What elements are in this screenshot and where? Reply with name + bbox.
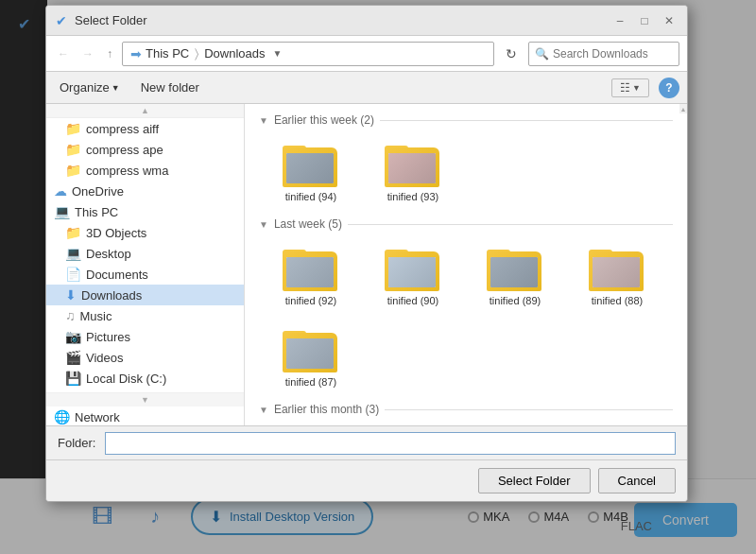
back-button[interactable]: ← xyxy=(54,45,73,62)
search-input[interactable] xyxy=(553,47,673,61)
music-icon: ♫ xyxy=(65,308,76,323)
tree-item-thispc[interactable]: 💻 This PC xyxy=(46,201,244,222)
tree-label: Downloads xyxy=(81,288,142,303)
forward-button[interactable]: → xyxy=(78,45,97,62)
toolbar: Organize ▼ New folder ☷ ▼ ? xyxy=(46,72,687,104)
folder-img xyxy=(286,153,334,183)
tree-item-music[interactable]: ♫ Music xyxy=(46,305,244,326)
file-item-tinified-86[interactable]: tinified (86) xyxy=(264,424,358,425)
file-item-tinified-87[interactable]: tinified (87) xyxy=(264,320,358,393)
tree-label: OneDrive xyxy=(72,184,124,199)
date-chevron-this-week: ▼ xyxy=(259,115,268,126)
file-item-tinified-92[interactable]: tinified (92) xyxy=(264,238,358,312)
date-header-line xyxy=(380,120,673,121)
tree-item-downloads[interactable]: ⬇ Downloads xyxy=(46,285,244,305)
refresh-button[interactable]: ↻ xyxy=(500,44,523,63)
tree-label: compress wma xyxy=(86,164,168,178)
cancel-button[interactable]: Cancel xyxy=(598,468,676,493)
folder-preview xyxy=(593,257,640,287)
tree-item-videos[interactable]: 🎬 Videos xyxy=(46,347,244,368)
view-button[interactable]: ☷ ▼ xyxy=(611,78,649,97)
date-label-last-week: Last week (5) xyxy=(274,217,342,231)
file-thumb xyxy=(385,140,441,187)
folder-input[interactable] xyxy=(105,432,676,455)
folder-icon: 📁 xyxy=(65,142,81,157)
minimize-button[interactable]: – xyxy=(611,12,628,29)
folder-icon: 📁 xyxy=(65,121,81,136)
maximize-button[interactable]: □ xyxy=(636,12,653,29)
select-folder-button[interactable]: Select Folder xyxy=(478,468,591,493)
search-icon: 🔍 xyxy=(535,47,549,61)
file-name-88: tinified (88) xyxy=(592,295,643,306)
dialog-titlebar: ✔ Select Folder – □ ✕ xyxy=(46,6,687,36)
folder-preview xyxy=(490,257,538,287)
file-thumb xyxy=(589,244,645,291)
tree-item-documents[interactable]: 📄 Documents xyxy=(46,264,244,285)
path-current: Downloads xyxy=(204,46,265,61)
date-group-this-week: ▼ Earlier this week (2) xyxy=(259,113,673,208)
folder-img xyxy=(388,257,436,287)
desktop-icon: 💻 xyxy=(65,246,81,261)
folder-img xyxy=(286,257,334,287)
tree-item-compress-wma[interactable]: 📁 compress wma xyxy=(46,160,244,181)
tree-label: Documents xyxy=(86,268,148,282)
folder-preview xyxy=(286,257,334,287)
tree-item-3dobjects[interactable]: 📁 3D Objects xyxy=(46,222,244,243)
path-thispc: This PC xyxy=(146,46,189,61)
folder-bar: Folder: xyxy=(46,425,687,459)
date-header-this-week[interactable]: ▼ Earlier this week (2) xyxy=(259,113,673,127)
folder-img xyxy=(286,338,334,369)
folder-img xyxy=(388,153,436,183)
tree-item-compress-aiff[interactable]: 📁 compress aiff xyxy=(46,118,244,139)
new-folder-button[interactable]: New folder xyxy=(135,78,205,97)
organize-label: Organize xyxy=(60,80,110,95)
date-header-this-month[interactable]: ▼ Earlier this month (3) xyxy=(259,403,673,416)
close-button[interactable]: ✕ xyxy=(661,12,678,29)
folder-preview xyxy=(388,257,436,287)
tree-item-pictures[interactable]: 📷 Pictures xyxy=(46,326,244,347)
right-panel: ▲ ▼ Earlier this week (2) xyxy=(245,104,687,425)
organize-button[interactable]: Organize ▼ xyxy=(54,78,126,97)
date-header-last-week[interactable]: ▼ Last week (5) xyxy=(259,217,673,231)
folder-body xyxy=(283,147,337,187)
date-header-line xyxy=(385,409,673,410)
address-path[interactable]: ➡ This PC 〉 Downloads ▼ xyxy=(122,42,494,66)
tree-label: Network xyxy=(75,410,120,424)
file-thumb xyxy=(283,325,339,372)
file-item-tinified-90[interactable]: tinified (90) xyxy=(366,238,460,312)
file-item-tinified-94[interactable]: tinified (94) xyxy=(264,134,358,208)
file-name-92: tinified (92) xyxy=(285,295,336,306)
video-icon: 🎬 xyxy=(65,350,81,365)
date-label-this-month: Earlier this month (3) xyxy=(274,403,379,416)
folder-preview xyxy=(388,153,436,183)
pictures-icon: 📷 xyxy=(65,329,81,344)
path-dropdown-button[interactable]: ▼ xyxy=(273,48,283,59)
search-box: 🔍 xyxy=(528,42,679,66)
tree-item-compress-ape[interactable]: 📁 compress ape xyxy=(46,139,244,160)
download-icon: ⬇ xyxy=(65,287,77,303)
tree-item-onedrive[interactable]: ☁ OneDrive xyxy=(46,181,244,201)
view-icon: ☷ xyxy=(620,81,630,95)
file-item-tinified-88[interactable]: tinified (88) xyxy=(570,238,664,312)
date-label-this-week: Earlier this week (2) xyxy=(274,113,374,127)
file-item-tinified-89[interactable]: tinified (89) xyxy=(468,238,562,312)
help-button[interactable]: ? xyxy=(659,78,679,98)
file-name-94: tinified (94) xyxy=(285,191,336,202)
file-name-89: tinified (89) xyxy=(490,295,541,306)
date-header-line xyxy=(348,224,673,225)
file-thumb xyxy=(385,244,441,291)
disk-icon: 💾 xyxy=(65,371,81,386)
date-group-this-month: ▼ Earlier this month (3) xyxy=(259,403,673,425)
file-thumb xyxy=(487,244,543,291)
file-item-tinified-93[interactable]: tinified (93) xyxy=(366,134,460,208)
file-name-93: tinified (93) xyxy=(387,191,438,202)
file-item-tinified-85[interactable]: tinified (85) xyxy=(366,424,460,425)
tree-item-localdisk[interactable]: 💾 Local Disk (C:) xyxy=(46,368,244,389)
tree-item-network[interactable]: 🌐 Network xyxy=(46,407,244,425)
left-panel: ▲ 📁 compress aiff 📁 compress ape 📁 compr… xyxy=(46,104,245,425)
file-name-90: tinified (90) xyxy=(387,295,438,306)
tree-item-desktop[interactable]: 💻 Desktop xyxy=(46,243,244,264)
up-button[interactable]: ↑ xyxy=(103,45,116,62)
tree-label: 3D Objects xyxy=(86,226,146,240)
documents-icon: 📄 xyxy=(65,267,81,282)
